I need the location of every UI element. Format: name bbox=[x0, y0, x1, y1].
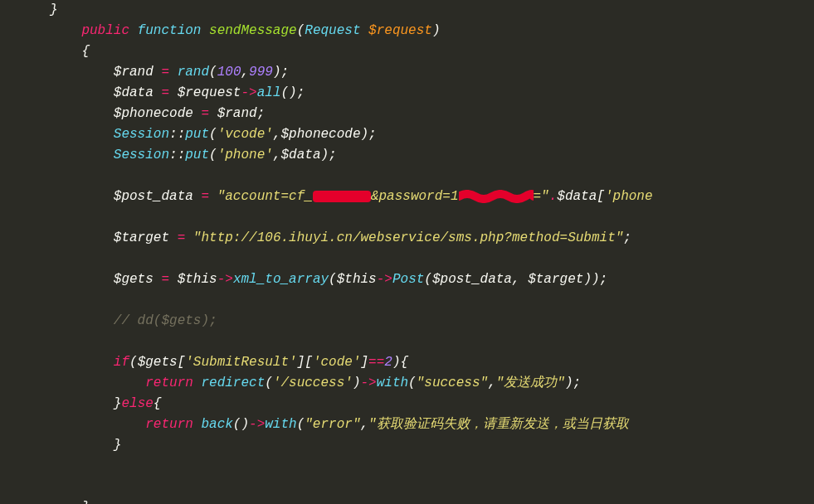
keyword-return: return bbox=[145, 376, 193, 390]
code-line bbox=[50, 456, 814, 477]
parameter: $request bbox=[368, 23, 432, 38]
variable: $target bbox=[114, 230, 169, 245]
variable: $gets bbox=[138, 355, 178, 370]
keyword-public: public bbox=[81, 23, 129, 38]
function-name: sendMessage bbox=[209, 23, 297, 38]
code-line: return back()->with("error","获取验证码失败，请重新… bbox=[50, 414, 814, 435]
method-call: with bbox=[265, 417, 296, 432]
function-call: rand bbox=[178, 65, 209, 80]
keyword-return: return bbox=[145, 417, 193, 432]
string: =" bbox=[534, 189, 549, 204]
number: 100 bbox=[217, 65, 241, 80]
method-call: put bbox=[185, 148, 209, 162]
code-line: } bbox=[50, 0, 814, 21]
brace: } bbox=[81, 500, 90, 504]
code-line: $post_data = "account=cf_&password=1=".$… bbox=[50, 187, 814, 207]
brace: { bbox=[154, 396, 162, 411]
variable: $post_data bbox=[114, 189, 193, 204]
number: 2 bbox=[384, 355, 392, 370]
keyword-function: function bbox=[138, 23, 202, 38]
string: 'phone' bbox=[217, 148, 273, 162]
function-call: redirect bbox=[201, 376, 265, 390]
variable: $phonecode bbox=[114, 106, 193, 121]
class-name: Session bbox=[114, 127, 169, 142]
code-line: if($gets['SubmitResult']['code']==2){ bbox=[50, 352, 814, 373]
keyword-else: else bbox=[121, 396, 153, 411]
code-line: $gets = $this->xml_to_array($this->Post(… bbox=[50, 269, 814, 290]
code-line: // dd($gets); bbox=[50, 311, 814, 332]
function-call: back bbox=[201, 417, 232, 432]
brace: } bbox=[114, 438, 122, 453]
code-line bbox=[50, 249, 814, 269]
variable: $this bbox=[337, 272, 377, 287]
variable: $phonecode bbox=[280, 127, 360, 142]
method-call: all bbox=[257, 85, 281, 100]
string: "获取验证码失败，请重新发送，或当日获取 bbox=[368, 417, 629, 432]
code-line: } bbox=[50, 497, 814, 504]
class-name: Session bbox=[114, 148, 169, 162]
code-line bbox=[50, 207, 814, 228]
variable: $rand bbox=[114, 65, 154, 80]
string: '/success' bbox=[273, 376, 353, 390]
brace: } bbox=[50, 2, 58, 17]
code-line: public function sendMessage(Request $req… bbox=[50, 21, 814, 41]
code-line: Session::put('phone',$data); bbox=[50, 145, 814, 166]
code-line: return redirect('/success')->with("succe… bbox=[50, 373, 814, 394]
variable: $request bbox=[178, 85, 241, 100]
keyword-if: if bbox=[114, 355, 129, 370]
brace: { bbox=[81, 44, 90, 59]
redaction-mark bbox=[313, 191, 371, 202]
type-hint: Request bbox=[305, 23, 360, 38]
code-editor[interactable]: } public function sendMessage(Request $r… bbox=[50, 0, 814, 504]
code-line: $phonecode = $rand; bbox=[50, 104, 814, 124]
number: 999 bbox=[249, 65, 273, 80]
code-line bbox=[50, 477, 814, 497]
code-line bbox=[50, 332, 814, 352]
variable: $gets bbox=[114, 272, 154, 287]
string: 'SubmitResult' bbox=[185, 355, 296, 370]
variable: $data bbox=[557, 189, 597, 204]
comment: // dd($gets); bbox=[114, 313, 217, 328]
brace: } bbox=[114, 396, 122, 411]
string: 'phone bbox=[605, 189, 653, 204]
string: 'code' bbox=[313, 355, 361, 370]
code-line: $target = "http://106.ihuyi.cn/webservic… bbox=[50, 228, 814, 249]
variable: $rand bbox=[217, 106, 257, 121]
code-line: } bbox=[50, 435, 814, 456]
string: &password=1 bbox=[371, 189, 459, 204]
code-line bbox=[50, 290, 814, 311]
code-line: }else{ bbox=[50, 394, 814, 414]
variable: $target bbox=[528, 272, 583, 287]
method-call: Post bbox=[392, 272, 424, 287]
string: "success" bbox=[417, 376, 488, 390]
method-call: xml_to_array bbox=[233, 272, 329, 287]
string: "account=cf_ bbox=[217, 189, 313, 204]
code-line bbox=[50, 166, 814, 187]
code-line: { bbox=[50, 41, 814, 62]
string: "发送成功" bbox=[496, 376, 565, 390]
code-line: $rand = rand(100,999); bbox=[50, 62, 814, 83]
variable: $post_data bbox=[432, 272, 512, 287]
string: "http://106.ihuyi.cn/webservice/sms.php?… bbox=[193, 230, 623, 245]
method-call: put bbox=[185, 127, 209, 142]
code-line: $data = $request->all(); bbox=[50, 83, 814, 104]
variable: $data bbox=[280, 148, 320, 162]
variable: $this bbox=[178, 272, 217, 287]
string: "error" bbox=[305, 417, 360, 432]
method-call: with bbox=[377, 376, 408, 390]
variable: $data bbox=[114, 85, 154, 100]
redaction-mark bbox=[459, 190, 534, 203]
string: 'vcode' bbox=[217, 127, 273, 142]
code-line: Session::put('vcode',$phonecode); bbox=[50, 124, 814, 145]
